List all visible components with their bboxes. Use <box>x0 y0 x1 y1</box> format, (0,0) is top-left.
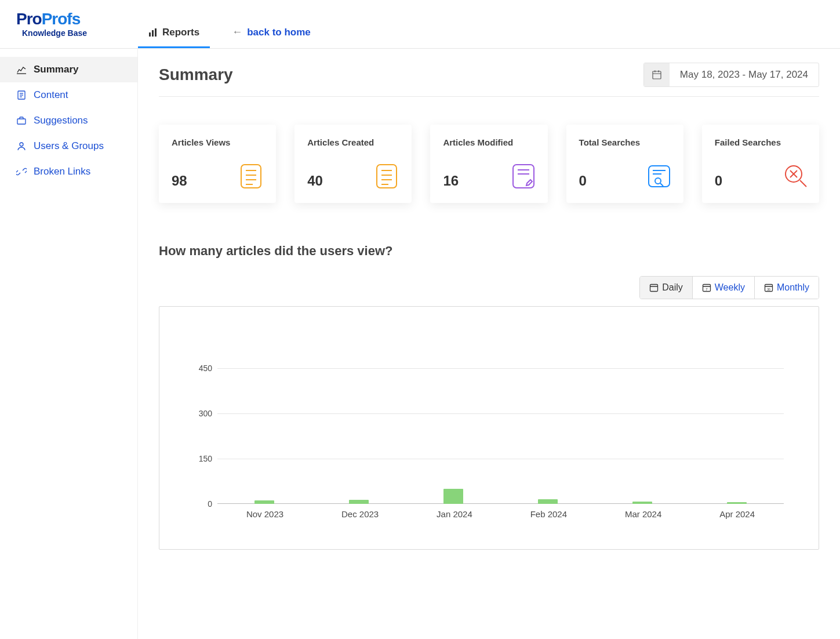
brand-part2: Profs <box>42 10 81 28</box>
calendar-day-icon <box>649 283 659 292</box>
svg-point-9 <box>20 143 23 146</box>
svg-rect-0 <box>149 32 151 37</box>
user-icon <box>16 141 27 151</box>
svg-point-30 <box>655 178 661 184</box>
back-link-label: back to home <box>247 27 311 38</box>
card-label: Total Searches <box>579 137 671 147</box>
period-daily[interactable]: Daily <box>640 277 692 299</box>
svg-rect-24 <box>513 165 534 188</box>
period-label: Monthly <box>777 282 809 293</box>
card-value: 0 <box>715 173 722 189</box>
sidebar-label: Broken Links <box>34 166 90 177</box>
bar-chart-icon <box>148 28 158 37</box>
top-tabs: Reports ← back to home <box>138 0 333 48</box>
brand-part1: Pro <box>16 10 42 28</box>
sidebar-label: Content <box>34 89 68 101</box>
period-label: Weekly <box>715 282 745 293</box>
card-label: Articles Views <box>172 137 263 147</box>
y-tick-label: 150 <box>191 454 212 463</box>
svg-rect-2 <box>155 28 157 37</box>
svg-line-31 <box>660 183 663 186</box>
x-tick-label: Jan 2024 <box>437 509 472 519</box>
sidebar-item-users-groups[interactable]: Users & Groups <box>0 133 137 159</box>
card-value: 0 <box>579 173 587 189</box>
broken-link-icon <box>16 166 27 177</box>
card-articles-views[interactable]: Articles Views 98 <box>159 125 276 203</box>
card-value: 98 <box>172 173 187 189</box>
main-content: Summary May 18, 2023 - May 17, 2024 Arti… <box>138 49 840 639</box>
chart-bar[interactable] <box>349 500 369 504</box>
svg-line-35 <box>800 180 806 187</box>
svg-rect-12 <box>654 71 656 72</box>
sidebar-item-content[interactable]: Content <box>0 82 137 108</box>
date-range-picker[interactable]: May 18, 2023 - May 17, 2024 <box>643 63 819 87</box>
date-range-text: May 18, 2023 - May 17, 2024 <box>670 63 819 86</box>
section-title: How many articles did the users view? <box>159 244 819 259</box>
y-tick-label: 450 <box>191 364 212 373</box>
arrow-left-icon: ← <box>232 26 242 38</box>
card-label: Failed Searches <box>715 137 806 147</box>
back-to-home-link[interactable]: ← back to home <box>221 26 321 48</box>
chart-bar[interactable] <box>727 502 747 504</box>
views-chart: 0150300450Nov 2023Dec 2023Jan 2024Feb 20… <box>159 306 819 550</box>
svg-rect-13 <box>658 71 659 72</box>
chart-bar[interactable] <box>632 502 652 504</box>
chart-bar[interactable] <box>254 500 274 504</box>
svg-rect-10 <box>653 71 661 79</box>
calendar-icon <box>644 63 670 86</box>
edit-document-icon <box>512 164 535 189</box>
document-orange-icon <box>376 164 399 189</box>
svg-rect-8 <box>17 119 26 124</box>
x-tick-label: Feb 2024 <box>530 509 567 519</box>
stats-cards: Articles Views 98 Articles Created 40 <box>159 125 819 203</box>
svg-rect-1 <box>152 30 154 37</box>
sidebar-label: Suggestions <box>34 115 88 126</box>
chart-bar[interactable] <box>538 499 558 504</box>
sidebar-label: Users & Groups <box>34 140 104 152</box>
x-tick-label: Nov 2023 <box>246 509 283 519</box>
chart-bar[interactable] <box>443 489 463 504</box>
document-orange-icon <box>240 164 263 189</box>
brand-logo: ProProfs Knowledge Base <box>16 11 138 38</box>
card-label: Articles Created <box>307 137 399 147</box>
period-toggle: Daily 7 Weekly 30 <box>639 276 819 299</box>
brand-name: ProProfs <box>16 11 138 27</box>
summary-icon <box>16 64 27 75</box>
sidebar-item-summary[interactable]: Summary <box>0 57 137 82</box>
tab-reports[interactable]: Reports <box>138 27 210 48</box>
y-tick-label: 0 <box>191 499 212 509</box>
tab-reports-label: Reports <box>162 27 199 38</box>
svg-text:7: 7 <box>706 288 708 291</box>
sidebar-label: Summary <box>34 64 78 75</box>
search-panel-icon <box>648 164 671 189</box>
document-icon <box>16 90 27 100</box>
card-failed-searches[interactable]: Failed Searches 0 <box>702 125 819 203</box>
page-header: Summary May 18, 2023 - May 17, 2024 <box>159 63 819 97</box>
sidebar: Summary Content Suggestions <box>0 49 138 639</box>
svg-text:30: 30 <box>767 288 770 291</box>
sidebar-item-suggestions[interactable]: Suggestions <box>0 108 137 133</box>
calendar-month-icon: 30 <box>764 283 773 292</box>
failed-search-icon <box>783 164 806 189</box>
period-weekly[interactable]: 7 Weekly <box>692 277 754 299</box>
card-articles-modified[interactable]: Articles Modified 16 <box>430 125 547 203</box>
y-tick-label: 300 <box>191 409 212 418</box>
calendar-week-icon: 7 <box>702 283 711 292</box>
x-tick-label: Mar 2024 <box>625 509 661 519</box>
card-value: 16 <box>443 173 459 189</box>
sidebar-item-broken-links[interactable]: Broken Links <box>0 159 137 184</box>
briefcase-icon <box>16 115 27 126</box>
brand-sub: Knowledge Base <box>16 28 138 38</box>
x-tick-label: Dec 2023 <box>341 509 379 519</box>
svg-rect-36 <box>650 285 658 292</box>
card-label: Articles Modified <box>443 137 534 147</box>
card-total-searches[interactable]: Total Searches 0 <box>566 125 683 203</box>
top-bar: ProProfs Knowledge Base Reports ← back t… <box>0 0 840 49</box>
card-articles-created[interactable]: Articles Created 40 <box>294 125 412 203</box>
period-monthly[interactable]: 30 Monthly <box>754 277 819 299</box>
card-value: 40 <box>307 173 323 189</box>
page-title: Summary <box>159 66 233 84</box>
period-label: Daily <box>662 282 683 293</box>
x-tick-label: Apr 2024 <box>719 509 755 519</box>
